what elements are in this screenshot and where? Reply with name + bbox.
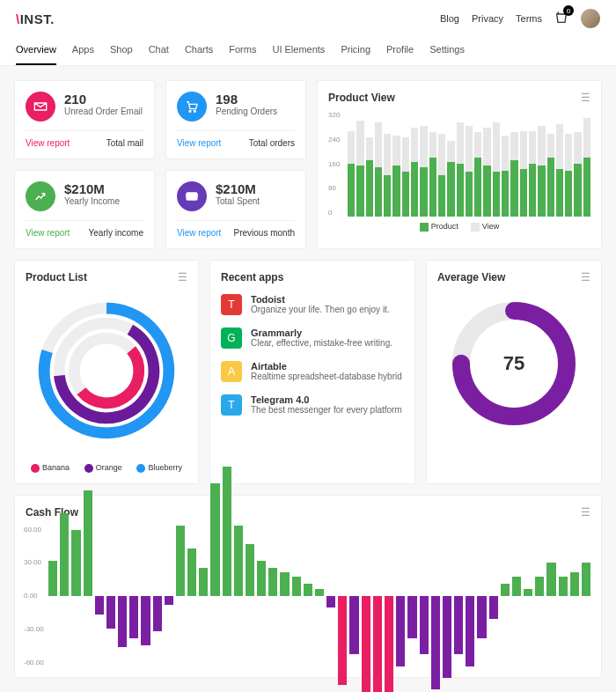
cash-bar bbox=[338, 526, 347, 666]
card-menu-icon[interactable]: ☰ bbox=[581, 92, 590, 104]
app-name: Telegram 4.0 bbox=[251, 394, 402, 405]
app-name: Grammarly bbox=[251, 328, 392, 338]
cash-bar bbox=[443, 526, 451, 666]
mail-icon bbox=[26, 92, 55, 121]
bar bbox=[556, 111, 563, 217]
nav-privacy[interactable]: Privacy bbox=[472, 13, 503, 24]
tab-chat[interactable]: Chat bbox=[149, 37, 169, 65]
cash-bar bbox=[210, 526, 219, 666]
stat-card-pending-orders: 198Pending Orders View reportTotal order… bbox=[165, 80, 306, 159]
app-name: Todoist bbox=[251, 294, 390, 305]
cash-bar bbox=[304, 526, 312, 666]
app-item[interactable]: T Todoist Organize your life. Then go en… bbox=[221, 294, 404, 315]
cash-bar bbox=[129, 526, 138, 666]
credit-card-icon bbox=[177, 181, 207, 211]
card-title: Product View bbox=[328, 92, 395, 104]
cash-bar bbox=[71, 526, 80, 666]
bar bbox=[356, 111, 363, 217]
stat-card-unread-email: 210Unread Order Email View reportTotal m… bbox=[14, 80, 155, 159]
tab-ui-elements[interactable]: UI Elements bbox=[272, 37, 325, 65]
app-icon: A bbox=[221, 361, 242, 382]
card-menu-icon[interactable]: ☰ bbox=[581, 271, 590, 283]
gauge-chart: 75 bbox=[448, 298, 580, 430]
nav-terms[interactable]: Terms bbox=[516, 13, 542, 24]
cash-bar bbox=[466, 526, 474, 666]
cash-bar bbox=[407, 526, 416, 666]
tab-pricing[interactable]: Pricing bbox=[341, 37, 370, 65]
card-menu-icon[interactable]: ☰ bbox=[581, 506, 590, 519]
bar bbox=[510, 111, 517, 217]
cash-bar bbox=[362, 526, 370, 666]
app-icon: T bbox=[221, 294, 242, 315]
tab-shop[interactable]: Shop bbox=[110, 37, 133, 65]
tab-charts[interactable]: Charts bbox=[185, 37, 213, 65]
cash-bar bbox=[570, 526, 579, 666]
cash-bar bbox=[176, 526, 185, 666]
cash-bar bbox=[454, 526, 463, 666]
cash-bar bbox=[234, 526, 243, 666]
app-item[interactable]: A Airtable Realtime spreadsheet-database… bbox=[221, 361, 404, 382]
svg-rect-3 bbox=[187, 195, 197, 195]
app-icon: T bbox=[221, 394, 242, 416]
bar bbox=[420, 111, 427, 217]
view-report-link[interactable]: View report bbox=[26, 228, 70, 238]
app-name: Airtable bbox=[251, 361, 402, 372]
cash-bar bbox=[246, 526, 254, 666]
tab-forms[interactable]: Forms bbox=[229, 37, 256, 65]
bar bbox=[402, 111, 409, 217]
bar bbox=[438, 111, 445, 217]
stat-card-yearly-income: $210MYearly Income View reportYearly inc… bbox=[14, 170, 155, 249]
bar bbox=[474, 111, 481, 217]
app-desc: The best messenger for every platform bbox=[251, 405, 402, 415]
avatar[interactable] bbox=[581, 9, 600, 28]
tab-settings[interactable]: Settings bbox=[429, 37, 465, 65]
app-desc: Realtime spreadsheet-database hybrid bbox=[251, 372, 402, 381]
bar bbox=[493, 111, 500, 217]
cash-bar bbox=[373, 526, 382, 666]
cart-circle-icon bbox=[177, 92, 207, 121]
cash-bar bbox=[84, 526, 92, 666]
donut-chart bbox=[32, 296, 181, 445]
view-report-link[interactable]: View report bbox=[177, 228, 221, 238]
cash-bar bbox=[512, 526, 521, 666]
tab-overview[interactable]: Overview bbox=[16, 37, 56, 65]
bar bbox=[583, 111, 590, 217]
cash-bar bbox=[257, 526, 266, 666]
nav-blog[interactable]: Blog bbox=[440, 13, 459, 24]
app-item[interactable]: G Grammarly Clear, effective, mistake-fr… bbox=[221, 328, 404, 349]
cash-bar bbox=[489, 526, 498, 666]
svg-point-0 bbox=[189, 110, 191, 112]
app-desc: Organize your life. Then go enjoy it. bbox=[251, 305, 390, 314]
bar bbox=[429, 111, 436, 217]
bar bbox=[466, 111, 473, 217]
product-list-card: Product List☰ Banana Orange Blueberry bbox=[14, 260, 199, 484]
bar bbox=[392, 111, 400, 217]
average-view-card: Average View☰ 75 bbox=[426, 260, 602, 484]
cart-icon[interactable]: 0 bbox=[554, 11, 568, 26]
cash-bar bbox=[501, 526, 510, 666]
bar bbox=[565, 111, 572, 217]
cash-bar bbox=[349, 526, 358, 666]
cash-bar bbox=[95, 526, 104, 666]
cash-bar bbox=[559, 526, 568, 666]
bar bbox=[457, 111, 464, 217]
view-report-link[interactable]: View report bbox=[177, 138, 221, 148]
bar bbox=[411, 111, 418, 217]
app-icon: G bbox=[221, 328, 242, 349]
cash-bar bbox=[118, 526, 127, 666]
tab-apps[interactable]: Apps bbox=[72, 37, 94, 65]
chart-up-icon bbox=[26, 181, 55, 211]
bar bbox=[529, 111, 536, 217]
cart-badge: 0 bbox=[563, 5, 574, 16]
cash-bar bbox=[223, 526, 231, 666]
card-menu-icon[interactable]: ☰ bbox=[178, 271, 187, 283]
cash-bar bbox=[431, 526, 440, 666]
cash-bar bbox=[546, 526, 555, 666]
bar bbox=[538, 111, 545, 217]
view-report-link[interactable]: View report bbox=[26, 138, 70, 148]
logo[interactable]: \INST. bbox=[16, 11, 55, 26]
cash-bar bbox=[396, 526, 405, 666]
tab-profile[interactable]: Profile bbox=[386, 37, 414, 65]
app-item[interactable]: T Telegram 4.0 The best messenger for ev… bbox=[221, 394, 404, 416]
cash-bar bbox=[153, 526, 162, 666]
